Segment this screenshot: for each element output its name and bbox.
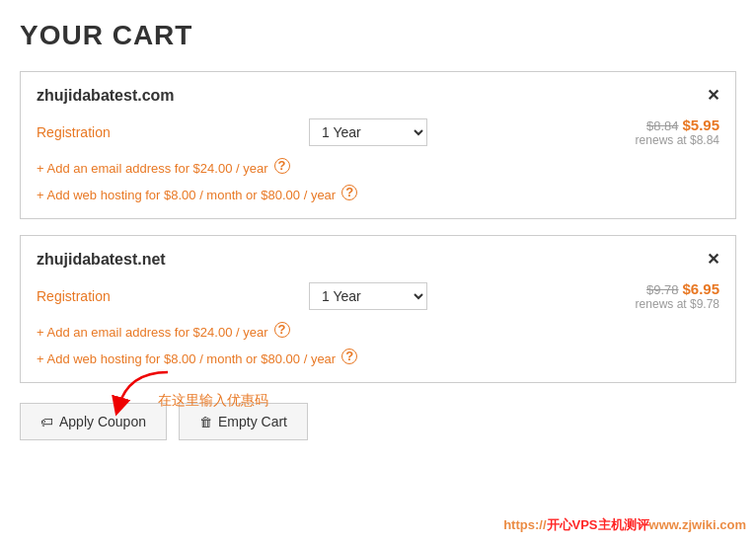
price-current: $5.95	[682, 117, 719, 133]
trash-icon: 🗑	[199, 415, 212, 429]
upsell-link[interactable]: + Add an email address for $24.00 / year	[37, 161, 268, 176]
upsell-link[interactable]: + Add an email address for $24.00 / year	[37, 325, 268, 340]
watermark: https://开心VPS主机测评www.zjwiki.com	[503, 516, 746, 534]
cart-item-1: zhujidabatest.com ✕ Registration 1 Year2…	[20, 71, 736, 219]
upsell-row: + Add web hosting for $8.00 / month or $…	[37, 346, 719, 366]
duration-select[interactable]: 1 Year2 Years3 Years	[309, 282, 427, 310]
cart-item-header: zhujidabatest.net ✕	[37, 250, 719, 269]
item-select-wrap: 1 Year2 Years3 Years	[135, 118, 601, 146]
apply-coupon-label: Apply Coupon	[59, 414, 146, 429]
cart-item-header: zhujidabatest.com ✕	[37, 86, 719, 105]
cart-item-row: Registration 1 Year2 Years3 Years $9.78 …	[37, 280, 719, 311]
bottom-buttons-container: 在这里输入优惠码 🏷 Apply Coupon 🗑 Empty Cart	[20, 403, 736, 440]
item-label: Registration	[37, 124, 135, 140]
item-price-wrap: $8.84 $5.95 renews at $8.84	[601, 117, 719, 147]
coupon-hint-text: 在这里输入优惠码	[158, 392, 268, 410]
upsell-info-icon[interactable]: ?	[341, 185, 357, 200]
watermark-domain: www.zjwiki.com	[649, 517, 746, 532]
apply-coupon-button[interactable]: 🏷 Apply Coupon	[20, 403, 167, 440]
close-icon[interactable]: ✕	[707, 86, 719, 105]
upsell-info-icon[interactable]: ?	[274, 158, 290, 174]
upsell-row: + Add an email address for $24.00 / year…	[37, 319, 719, 340]
watermark-text: 开心VPS主机测评	[547, 517, 649, 532]
upsell-row: + Add an email address for $24.00 / year…	[37, 155, 719, 176]
duration-select[interactable]: 1 Year2 Years3 Years	[309, 118, 427, 146]
empty-cart-label: Empty Cart	[218, 414, 287, 429]
price-renews: renews at $8.84	[601, 133, 719, 147]
price-original: $8.84	[646, 118, 679, 133]
upsell-link[interactable]: + Add web hosting for $8.00 / month or $…	[37, 188, 336, 202]
cart-item-domain: zhujidabatest.net	[37, 251, 166, 269]
cart-container: zhujidabatest.com ✕ Registration 1 Year2…	[20, 71, 736, 383]
upsell-row: + Add web hosting for $8.00 / month or $…	[37, 182, 719, 202]
item-label: Registration	[37, 288, 135, 304]
upsell-info-icon[interactable]: ?	[341, 349, 357, 364]
price-current: $6.95	[682, 280, 719, 297]
price-renews: renews at $9.78	[601, 297, 719, 311]
page-title: YOUR CART	[20, 20, 736, 51]
price-original: $9.78	[646, 282, 679, 297]
tag-icon: 🏷	[40, 415, 53, 429]
item-price-wrap: $9.78 $6.95 renews at $9.78	[601, 280, 719, 311]
cart-item-domain: zhujidabatest.com	[37, 87, 175, 105]
cart-item-row: Registration 1 Year2 Years3 Years $8.84 …	[37, 117, 719, 147]
cart-item-2: zhujidabatest.net ✕ Registration 1 Year2…	[20, 235, 736, 383]
watermark-url: https://	[503, 517, 546, 532]
upsell-info-icon[interactable]: ?	[274, 322, 290, 338]
upsell-link[interactable]: + Add web hosting for $8.00 / month or $…	[37, 351, 336, 366]
close-icon[interactable]: ✕	[707, 250, 719, 269]
item-select-wrap: 1 Year2 Years3 Years	[135, 282, 601, 310]
